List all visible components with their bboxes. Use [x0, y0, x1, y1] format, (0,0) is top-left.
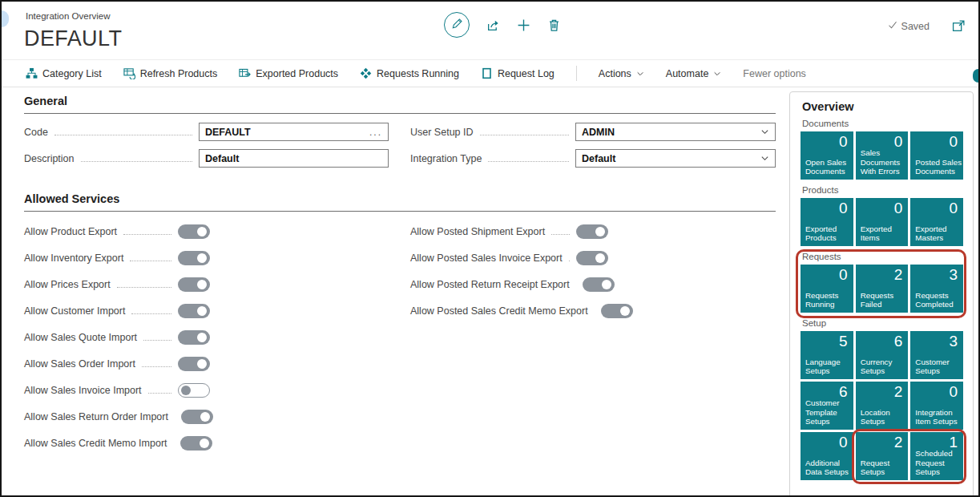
dotted-leader	[131, 313, 171, 314]
cue-tile-sales-documents-with-errors[interactable]: 0Sales Documents With Errors	[856, 131, 909, 180]
tile-value: 5	[839, 333, 848, 350]
toolbar-category-list[interactable]: Category List	[26, 67, 102, 79]
overview-panel: Overview Documents0Open Sales Documents0…	[789, 91, 974, 497]
allow-sales-invoice-import-toggle[interactable]	[178, 383, 210, 398]
cue-tile-integration-item-setups[interactable]: 0Integration Item Setups	[910, 382, 963, 430]
allow-sales-quote-import-toggle[interactable]	[178, 330, 210, 345]
tile-label: Requests Running	[805, 291, 853, 309]
dotted-leader	[142, 366, 171, 367]
dotted-leader	[54, 134, 192, 135]
code-label: Code	[24, 127, 48, 138]
allow-posted-shipment-export-row: Allow Posted Shipment Export	[410, 218, 608, 244]
toggle-label: Allow Sales Credit Memo Import	[24, 438, 167, 449]
allow-sales-credit-memo-import-toggle[interactable]	[180, 436, 212, 451]
tile-label: Exported Items	[861, 224, 908, 243]
dotted-leader	[130, 260, 171, 261]
assist-edit-button[interactable]: ...	[369, 127, 382, 138]
share-icon[interactable]	[486, 18, 500, 32]
cue-tile-open-sales-documents[interactable]: 0Open Sales Documents	[801, 131, 853, 180]
cue-tile-additional-data-setups[interactable]: 0Additional Data Setups	[801, 432, 853, 480]
tile-label: Posted Sales Documents	[915, 158, 962, 176]
save-status-label: Saved	[901, 21, 930, 32]
tile-label: Exported Masters	[915, 224, 962, 243]
header-actions	[444, 12, 561, 38]
chevron-down-icon[interactable]	[760, 127, 769, 136]
toolbar-item-label: Exported Products	[256, 68, 338, 79]
allowed-services-heading: Allowed Services	[24, 192, 776, 212]
cue-tile-request-setups[interactable]: 2Request Setups	[856, 432, 909, 480]
tile-value: 3	[949, 266, 958, 284]
toggle-label: Allow Product Export	[24, 226, 117, 237]
cue-tile-exported-items[interactable]: 0Exported Items	[856, 198, 909, 246]
cue-tile-requests-failed[interactable]: 2Requests Failed	[856, 265, 909, 313]
toolbar-item-label: Refresh Products	[140, 68, 218, 79]
allow-posted-return-receipt-export-toggle[interactable]	[583, 277, 615, 292]
overview-group-label: Products	[802, 185, 963, 195]
allow-customer-import-toggle[interactable]	[178, 304, 210, 318]
plus-icon[interactable]	[517, 18, 530, 32]
menu-automate[interactable]: Automate	[666, 68, 722, 79]
tile-value: 2	[894, 266, 903, 284]
open-in-new-window-icon[interactable]	[952, 19, 966, 33]
toggle-label: Allow Posted Sales Invoice Export	[410, 253, 563, 264]
description-input[interactable]: Default	[199, 149, 389, 168]
breadcrumb[interactable]: Integration Overview	[26, 11, 110, 21]
cue-tile-scheduled-request-setups[interactable]: 1Scheduled Request Setups	[910, 432, 963, 480]
allowed-services-section: Allowed Services Allow Product ExportAll…	[24, 192, 776, 456]
chevron-down-icon[interactable]	[760, 154, 769, 163]
code-input[interactable]: DEFAULT ...	[199, 123, 389, 141]
toolbar-requests-running[interactable]: Requests Running	[360, 67, 459, 79]
menu-label: Actions	[599, 68, 631, 79]
allow-posted-sales-invoice-export-toggle[interactable]	[576, 251, 608, 265]
tile-label: Additional Data Setups	[805, 459, 853, 477]
tile-label: Integration Item Setups	[915, 408, 962, 426]
pencil-icon	[451, 18, 463, 33]
allow-posted-sales-credit-memo-export-toggle[interactable]	[601, 304, 633, 318]
trash-icon[interactable]	[547, 18, 561, 32]
allow-product-export-toggle[interactable]	[178, 224, 210, 239]
dotted-leader	[569, 260, 570, 261]
request-log-icon	[481, 67, 493, 79]
integration-type-select[interactable]: Default	[575, 149, 776, 168]
cue-tile-posted-sales-documents[interactable]: 0Posted Sales Documents	[910, 131, 963, 180]
dotted-leader	[81, 160, 192, 162]
tile-value: 0	[839, 434, 848, 451]
cue-tile-exported-masters[interactable]: 0Exported Masters	[910, 198, 963, 246]
menu-actions[interactable]: Actions	[599, 68, 644, 79]
allow-prices-export-toggle[interactable]	[178, 277, 210, 292]
cue-tile-language-setups[interactable]: 5Language Setups	[801, 331, 853, 379]
allow-inventory-export-toggle[interactable]	[178, 251, 210, 265]
tile-label: Location Setups	[861, 408, 908, 426]
cue-tile-currency-setups[interactable]: 6Currency Setups	[856, 331, 909, 379]
allow-sales-order-import-toggle[interactable]	[178, 357, 210, 371]
category-list-icon	[26, 67, 38, 79]
exported-products-icon	[239, 67, 251, 79]
toggle-label: Allow Posted Shipment Export	[410, 226, 545, 237]
toolbar-request-log[interactable]: Request Log	[481, 67, 555, 79]
tile-value: 0	[894, 200, 903, 217]
fewer-options-button[interactable]: Fewer options	[743, 68, 806, 79]
cue-tile-location-setups[interactable]: 2Location Setups	[856, 382, 909, 430]
tile-label: Language Setups	[805, 358, 853, 376]
user-setup-id-select[interactable]: ADMIN	[575, 123, 776, 141]
toolbar-divider	[576, 66, 577, 81]
tile-value: 0	[839, 200, 848, 217]
allow-posted-shipment-export-toggle[interactable]	[576, 224, 608, 239]
cue-tile-customer-template-setups[interactable]: 6Customer Template Setups	[801, 382, 853, 430]
dotted-leader	[117, 286, 171, 288]
overview-group-label: Setup	[802, 318, 963, 328]
edit-button[interactable]	[444, 12, 470, 38]
cue-tile-exported-products[interactable]: 0Exported Products	[801, 198, 853, 246]
toggle-label: Allow Sales Invoice Import	[24, 385, 142, 396]
toolbar-exported-products[interactable]: Exported Products	[239, 67, 338, 79]
allow-customer-import-row: Allow Customer Import	[24, 297, 210, 324]
cue-tile-customer-setups[interactable]: 3Customer Setups	[910, 331, 963, 379]
allow-sales-return-order-import-toggle[interactable]	[181, 410, 213, 424]
tile-value: 2	[894, 383, 903, 401]
cue-tile-requests-completed[interactable]: 3Requests Completed	[910, 265, 963, 313]
toggle-label: Allow Inventory Export	[24, 253, 123, 264]
app-window: Integration Overview DEFAULT Saved Categ…	[0, 0, 980, 497]
cue-tile-requests-running[interactable]: 0Requests Running	[801, 265, 853, 313]
toolbar-refresh-products[interactable]: Refresh Products	[123, 67, 218, 79]
tile-label: Requests Completed	[915, 291, 962, 309]
